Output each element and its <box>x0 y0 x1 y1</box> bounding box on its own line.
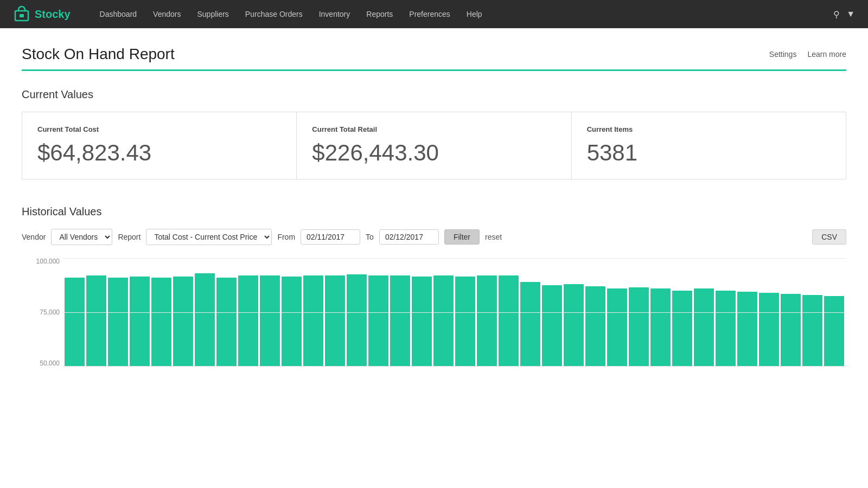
logo-text: Stocky <box>35 8 71 21</box>
csv-button[interactable]: CSV <box>812 229 846 245</box>
navigation: Stocky Dashboard Vendors Suppliers Purch… <box>0 0 868 28</box>
y-label-75k: 75,000 <box>22 309 60 316</box>
page-title: Stock On Hand Report <box>22 46 175 63</box>
chart-bar <box>737 292 757 366</box>
chart-bar <box>347 274 367 366</box>
vendor-label: Vendor <box>22 233 46 241</box>
chart-bar <box>195 273 215 366</box>
chart-bar <box>216 278 237 366</box>
historical-values-section: Historical Values Vendor All Vendors Rep… <box>22 206 846 383</box>
from-date-input[interactable] <box>301 229 360 245</box>
nav-item-reports[interactable]: Reports <box>359 7 400 22</box>
chevron-down-icon[interactable]: ▼ <box>846 9 855 19</box>
stat-card-current-items-value: 5381 <box>587 140 831 166</box>
grid-line-mid <box>62 312 846 313</box>
chart-bar <box>368 275 388 366</box>
chart-bar <box>130 277 150 366</box>
chart-area: 100,000 75,000 50,000 <box>22 258 846 383</box>
chart-bar <box>455 277 475 366</box>
current-values-title: Current Values <box>22 88 846 101</box>
logo-icon <box>13 5 30 23</box>
learn-more-link[interactable]: Learn more <box>807 50 846 59</box>
chart-bar <box>520 282 540 366</box>
chart-bar <box>607 288 627 366</box>
chart-bar <box>499 275 519 366</box>
to-label: To <box>366 233 374 241</box>
stat-card-total-cost-value: $64,823.43 <box>37 140 281 166</box>
page-header: Stock On Hand Report Settings Learn more <box>22 46 846 63</box>
chart-bar <box>477 275 497 366</box>
stat-card-current-items: Current Items 5381 <box>572 112 846 179</box>
stat-card-total-retail-label: Current Total Retail <box>312 125 556 133</box>
chart-bar <box>542 285 562 366</box>
report-select[interactable]: Total Cost - Current Cost PriceTotal Cos… <box>146 229 272 245</box>
page-actions: Settings Learn more <box>769 50 846 59</box>
stat-card-total-cost-label: Current Total Cost <box>37 125 281 133</box>
chart-bar <box>824 296 844 366</box>
chart-bar <box>650 288 671 366</box>
chart-bar <box>781 294 801 366</box>
nav-item-vendors[interactable]: Vendors <box>145 7 188 22</box>
nav-item-suppliers[interactable]: Suppliers <box>189 7 236 22</box>
nav-links: Dashboard Vendors Suppliers Purchase Ord… <box>92 7 834 22</box>
chart-y-labels: 100,000 75,000 50,000 <box>22 258 60 367</box>
svg-rect-1 <box>20 14 24 17</box>
settings-link[interactable]: Settings <box>769 50 797 59</box>
chart-bar <box>108 278 128 366</box>
chart-bar <box>173 277 193 366</box>
chart-bar <box>694 288 714 366</box>
stat-card-current-items-label: Current Items <box>587 125 831 133</box>
nav-item-help[interactable]: Help <box>459 7 490 22</box>
y-label-100k: 100,000 <box>22 258 60 265</box>
chart-bar <box>282 277 302 366</box>
page-content: Stock On Hand Report Settings Learn more… <box>0 28 868 383</box>
chart-bar <box>303 275 323 366</box>
filter-button[interactable]: Filter <box>444 229 480 245</box>
chart-bar <box>390 275 410 366</box>
chart-bar <box>802 295 822 366</box>
chart-bar <box>260 275 280 366</box>
chart-bar <box>151 278 171 366</box>
report-label: Report <box>118 233 141 241</box>
chart-bar <box>716 291 736 366</box>
chart-bar <box>585 286 605 366</box>
nav-item-inventory[interactable]: Inventory <box>311 7 358 22</box>
nav-item-dashboard[interactable]: Dashboard <box>92 7 145 22</box>
chart-bar <box>86 275 106 366</box>
current-values-section: Current Values Current Total Cost $64,82… <box>22 88 846 179</box>
nav-right: ⚲ ▼ <box>833 9 855 20</box>
nav-item-purchase-orders[interactable]: Purchase Orders <box>238 7 310 22</box>
chart-bar <box>412 277 432 366</box>
chart-bar <box>65 278 85 366</box>
chart-bar <box>325 275 345 366</box>
stat-card-total-retail-value: $226,443.30 <box>312 140 556 166</box>
stat-cards-row: Current Total Cost $64,823.43 Current To… <box>22 112 846 179</box>
reset-link[interactable]: reset <box>485 233 502 241</box>
chart-bar <box>564 284 584 366</box>
y-label-50k: 50,000 <box>22 360 60 367</box>
chart-bar <box>629 287 649 366</box>
from-label: From <box>277 233 295 241</box>
to-date-input[interactable] <box>379 229 439 245</box>
filter-row: Vendor All Vendors Report Total Cost - C… <box>22 229 846 245</box>
historical-values-title: Historical Values <box>22 206 846 218</box>
grid-line-top <box>62 258 846 259</box>
logo[interactable]: Stocky <box>13 5 71 23</box>
stat-card-total-cost: Current Total Cost $64,823.43 <box>22 112 297 179</box>
chart-bar <box>672 291 692 366</box>
teal-divider <box>22 69 846 71</box>
nav-item-preferences[interactable]: Preferences <box>401 7 457 22</box>
chart-grid <box>62 258 846 367</box>
chart-bar <box>238 275 258 366</box>
stat-card-total-retail: Current Total Retail $226,443.30 <box>297 112 571 179</box>
vendor-select[interactable]: All Vendors <box>51 229 112 245</box>
search-icon[interactable]: ⚲ <box>833 9 840 20</box>
chart-bar <box>759 293 779 366</box>
chart-bar <box>433 275 454 366</box>
